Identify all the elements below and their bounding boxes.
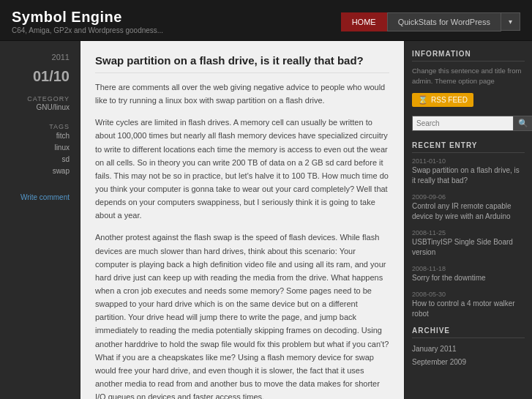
sidebar-tags-label: TAGS bbox=[6, 123, 74, 130]
archive-link[interactable]: January 2011 bbox=[412, 343, 525, 356]
rss-feed-button[interactable]: ⌛ RSS FEED bbox=[412, 93, 473, 107]
post-paragraph: Write cycles are limited in flash drives… bbox=[95, 116, 389, 222]
recent-entry: 2008-11-18 Sorry for the downtime bbox=[412, 265, 525, 283]
sidebar-tag[interactable]: fitch bbox=[6, 130, 70, 142]
recent-entry-date: 2008-11-25 bbox=[412, 229, 525, 236]
recent-entry: 2008-11-25 USBTinyISP Single Side Board … bbox=[412, 229, 525, 258]
sidebar-day: 01 bbox=[33, 68, 49, 84]
recent-entry: 2008-05-30 How to control a 4 motor walk… bbox=[412, 291, 525, 319]
sidebar-year: 2011 bbox=[6, 53, 74, 61]
recent-entries-list: 2011-01-10 Swap partition on a flash dri… bbox=[412, 157, 525, 319]
archive-title: ARCHIVE bbox=[412, 327, 525, 338]
nav-dropdown[interactable]: ▾ bbox=[501, 12, 520, 31]
site-subtitle: C64, Amiga, GP2x and Wordpress goodness.… bbox=[12, 26, 163, 34]
recent-entry-title: RECENT ENTRY bbox=[412, 141, 525, 153]
content-area: Swap partition on a flash drive, is it r… bbox=[80, 41, 404, 399]
recent-entry-link[interactable]: How to control a 4 motor walker robot bbox=[412, 299, 525, 319]
search-input[interactable] bbox=[412, 116, 514, 131]
recent-entry-date: 2009-09-06 bbox=[412, 193, 525, 201]
nav-quickstats[interactable]: QuickStats for WordPress bbox=[387, 12, 501, 31]
sidebar-left: 2011 01/10 CATEGORY GNU/linux TAGS fitch… bbox=[0, 41, 80, 399]
information-text: Change this sentence and title from admi… bbox=[412, 66, 525, 87]
information-title: INFORMATION bbox=[412, 50, 525, 61]
sidebar-write-comment: Write comment bbox=[6, 192, 74, 202]
sidebar-category-label: CATEGORY bbox=[6, 95, 74, 102]
nav-home[interactable]: HOME bbox=[341, 12, 387, 31]
recent-entry-link[interactable]: Sorry for the downtime bbox=[412, 273, 525, 283]
sidebar-tags-list: fitchlinuxsdswap bbox=[6, 130, 74, 177]
recent-entry-link[interactable]: Swap partition on a flash drive, is it r… bbox=[412, 165, 525, 186]
post-body: There are comments all over the web givi… bbox=[95, 81, 389, 399]
sidebar-category-value: GNU/linux bbox=[6, 102, 74, 113]
post-paragraph: Another protest against the flash swap i… bbox=[95, 231, 389, 399]
recent-entry-date: 2008-05-30 bbox=[412, 291, 525, 298]
rss-feed-label: RSS FEED bbox=[431, 96, 468, 104]
recent-entry-date: 2008-11-18 bbox=[412, 265, 525, 272]
recent-entry: 2011-01-10 Swap partition on a flash dri… bbox=[412, 157, 525, 186]
post-title: Swap partition on a flash drive, is it r… bbox=[95, 54, 389, 73]
sidebar-month: 10 bbox=[53, 68, 70, 84]
post-paragraph: There are comments all over the web givi… bbox=[95, 81, 389, 107]
sidebar-tag[interactable]: swap bbox=[6, 165, 70, 177]
main-wrapper: 2011 01/10 CATEGORY GNU/linux TAGS fitch… bbox=[0, 41, 532, 399]
search-box: 🔍 bbox=[412, 116, 525, 131]
rss-icon: ⌛ bbox=[418, 95, 428, 105]
recent-entry-date: 2011-01-10 bbox=[412, 157, 525, 165]
sidebar-right: INFORMATION Change this sentence and tit… bbox=[404, 41, 532, 399]
header-left: Symbol Engine C64, Amiga, GP2x and Wordp… bbox=[12, 9, 163, 34]
header: Symbol Engine C64, Amiga, GP2x and Wordp… bbox=[0, 0, 532, 41]
recent-entry-link[interactable]: USBTinyISP Single Side Board version bbox=[412, 237, 525, 258]
sidebar-date-main: 01/10 bbox=[6, 61, 74, 85]
sidebar-tag[interactable]: linux bbox=[6, 142, 70, 154]
nav: HOME QuickStats for WordPress ▾ bbox=[341, 12, 520, 31]
archive-link[interactable]: September 2009 bbox=[412, 356, 525, 369]
archives-list: January 2011September 2009 bbox=[412, 343, 525, 369]
write-comment-link[interactable]: Write comment bbox=[20, 193, 70, 201]
recent-entry-link[interactable]: Control any IR remote capable device by … bbox=[412, 201, 525, 222]
recent-entry: 2009-09-06 Control any IR remote capable… bbox=[412, 193, 525, 222]
search-button[interactable]: 🔍 bbox=[514, 116, 532, 131]
site-title: Symbol Engine bbox=[12, 9, 163, 26]
sidebar-tag[interactable]: sd bbox=[6, 154, 70, 165]
